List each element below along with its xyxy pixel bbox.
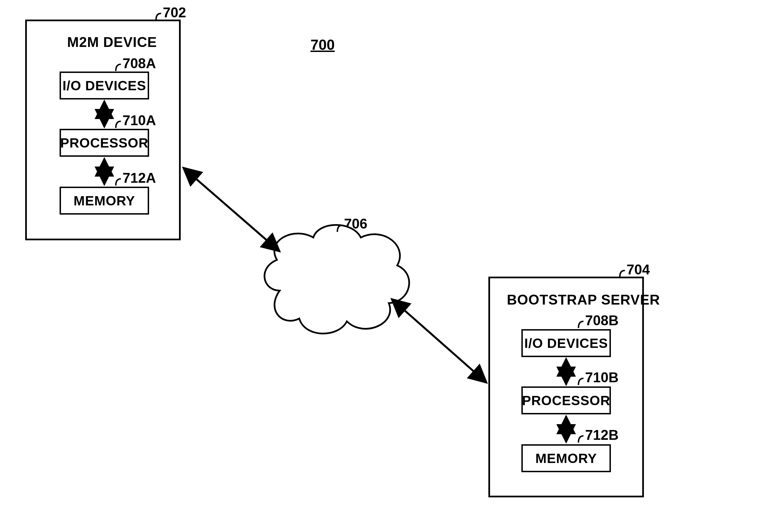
network-ref: 706 xyxy=(344,216,367,232)
m2m-io-devices-label: I/O DEVICES xyxy=(62,78,146,93)
arrow-m2m-to-network xyxy=(183,168,280,251)
server-io-devices-ref: 708B xyxy=(585,312,619,329)
diagram-stage: 700 M2M DEVICE 702 I/O DEVICES 708A PROC… xyxy=(0,0,772,532)
server-memory-box: MEMORY xyxy=(521,444,611,472)
server-io-devices-label: I/O DEVICES xyxy=(524,336,608,351)
m2m-processor-box: PROCESSOR xyxy=(60,129,149,157)
server-processor-label: PROCESSOR xyxy=(522,393,610,408)
m2m-device-ref: 702 xyxy=(163,4,186,21)
server-memory-ref: 712B xyxy=(585,427,619,443)
hook-706 xyxy=(337,225,342,232)
server-processor-box: PROCESSOR xyxy=(521,386,611,414)
server-io-devices-box: I/O DEVICES xyxy=(521,329,611,357)
m2m-processor-ref: 710A xyxy=(122,112,156,129)
m2m-memory-box: MEMORY xyxy=(60,187,149,215)
hook-702 xyxy=(156,13,161,20)
hook-704 xyxy=(620,270,625,277)
m2m-memory-label: MEMORY xyxy=(74,193,135,208)
bootstrap-server-ref: 704 xyxy=(627,262,650,278)
m2m-memory-ref: 712A xyxy=(122,170,156,186)
m2m-processor-label: PROCESSOR xyxy=(60,135,148,151)
server-memory-label: MEMORY xyxy=(535,451,597,466)
server-processor-ref: 710B xyxy=(585,369,619,386)
bootstrap-server-title: BOOTSTRAP SERVER xyxy=(507,292,660,308)
m2m-io-devices-box: I/O DEVICES xyxy=(60,72,149,99)
figure-number: 700 xyxy=(311,36,335,53)
arrow-network-to-server xyxy=(392,299,487,383)
m2m-device-title: M2M DEVICE xyxy=(67,34,157,50)
m2m-io-devices-ref: 708A xyxy=(122,55,156,72)
network-label: NETWORK xyxy=(305,271,379,287)
